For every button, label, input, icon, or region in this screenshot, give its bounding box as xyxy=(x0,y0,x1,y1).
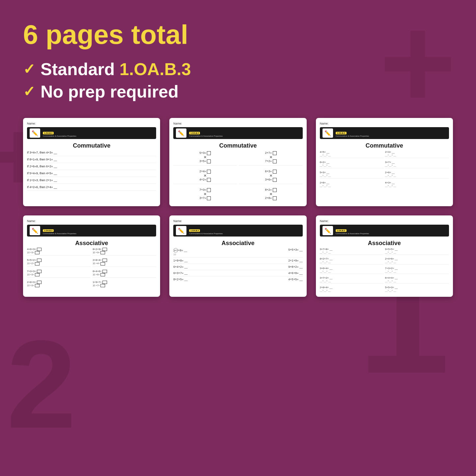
ws5-row-2: 1+9+8= __ 2+1+9= __ xyxy=(173,258,302,264)
box xyxy=(100,273,105,276)
ws6-r2c2: 2+4+6= ____+__= __ xyxy=(385,256,449,265)
ws3-item-3a: 5+3= ____+__= __ xyxy=(320,170,384,179)
ws4-r4c1: 2+8+3= 10 +3= xyxy=(27,280,91,288)
ws4-r1c1: 4+6+3= 10 +3= xyxy=(27,247,91,256)
worksheet-4: Name: ✏️ 1.OA.B.3 Commutative & Associat… xyxy=(23,215,160,297)
worksheet-1: Name: ✏️ 1.OA.B.3 Commutative & Associat… xyxy=(23,118,160,206)
ws3-item-2b: 3+7= ____+__= __ xyxy=(385,159,449,168)
ws4-name: Name: xyxy=(27,219,156,223)
ws6-r3c1: 3+6+4= ____+__= __ xyxy=(320,266,384,274)
box xyxy=(35,262,40,266)
ws3-header-right: 1.OA.B.3 Commutative & Associative Prope… xyxy=(336,129,446,137)
ws5-r3-left: 6+4+2= __ xyxy=(173,265,187,268)
box xyxy=(37,248,42,251)
ws6-content: 3+7+8= ____+__= __ 9+5+5= ____+__= __ 8+… xyxy=(320,247,449,293)
box xyxy=(207,178,211,182)
feature-item-standard: ✓ Standard 1.OA.B.3 xyxy=(23,59,453,79)
ws4-r1c2: 8+2+9= 10 +9= xyxy=(93,247,156,256)
ws6-header: ✏️ 1.OA.B.3 Commutative & Associative Pr… xyxy=(320,225,449,237)
ws4-pencil-icon: ✏️ xyxy=(30,226,40,235)
ws4-title: Associative xyxy=(27,240,156,247)
ws3-header: ✏️ 1.OA.B.3 Commutative & Associative Pr… xyxy=(320,127,449,139)
ws2-group-2b: 6+3= ✕ 3+6= xyxy=(239,168,302,184)
ws5-r1-left: 3+7+8= __ 10 xyxy=(173,248,187,256)
ws4-subject: Commutative & Associative Properties xyxy=(43,233,154,235)
ws3-pencil-icon: ✏️ xyxy=(322,128,333,138)
ws4-r2c2: 2+8+4= 10 +4= xyxy=(93,258,156,266)
check-icon-1: ✓ xyxy=(23,62,35,76)
ws6-r2c1: 8+2+7= ____+__= __ xyxy=(320,256,384,265)
box xyxy=(37,270,42,273)
box xyxy=(100,262,105,266)
ws6-r3c2: 7+3+2= ____+__= __ xyxy=(385,266,449,274)
worksheet-5: Name: ✏️ 1.OA.B.3 Commutative & Associat… xyxy=(169,215,306,297)
box xyxy=(207,196,211,200)
ws5-r4-right: 4+6+8= __ xyxy=(288,271,302,275)
ws6-r1c2: 9+5+5= ____+__= __ xyxy=(385,247,449,255)
ws5-header: ✏️ 1.OA.B.3 Commutative & Associative Pr… xyxy=(173,225,302,237)
box xyxy=(273,159,277,163)
standard-code: 1.OA.B.3 xyxy=(120,60,191,79)
ws3-item-1a: 4+5= ____+__= __ xyxy=(320,149,384,158)
ws4-content: 4+6+3= 10 +3= 8+2+9= 10 +9= 5+5+2= 10 +2… xyxy=(27,247,156,288)
ws4-header-right: 1.OA.B.3 Commutative & Associative Prope… xyxy=(43,227,154,235)
box xyxy=(273,188,277,192)
ws3-grid: 4+5= ____+__= __ 2+3= ____+__= __ 6+2= _… xyxy=(320,149,449,188)
ws1-content: If 3+4=7, then 4+3= __ If 8+1=9, then 9+… xyxy=(27,149,156,191)
box xyxy=(35,284,40,287)
ws5-r4-left: 6+3+7= __ xyxy=(173,271,187,275)
ws1-name: Name: xyxy=(27,122,156,125)
ws4-r3c1: 7+3+3= 10 +3= xyxy=(27,269,91,278)
ws4-r3c2: 6+4+6= 10 +6= xyxy=(93,269,156,278)
ws5-r5-left: 8+2+5= __ xyxy=(173,278,187,281)
ws5-pencil-icon: ✏️ xyxy=(176,226,186,235)
ws5-r2-right: 2+1+9= __ xyxy=(288,259,302,262)
worksheet-6: Name: ✏️ 1.OA.B.3 Commutative & Associat… xyxy=(316,215,453,297)
ws5-row-4: 6+3+7= __ 4+6+8= __ xyxy=(173,270,302,276)
ws5-row-3: 6+4+2= __ 9+8+2= __ xyxy=(173,264,302,270)
ws1-badge: 1.OA.B.3 xyxy=(43,132,54,134)
ws5-row-1: 3+7+8= __ 10 5+5+3= __ xyxy=(173,247,302,258)
ws4-r4c2: 1+9+7= 10 +7= xyxy=(93,280,156,288)
ws1-row-1: If 3+4=7, then 4+3= __ xyxy=(27,149,156,156)
page-title: 6 pages total xyxy=(23,20,453,49)
ws1-subject: Commutative & Associative Properties xyxy=(43,135,154,137)
ws1-row-6: If 4+2=6, then 2+4= __ xyxy=(27,184,156,191)
ws5-subject: Commutative & Associative Properties xyxy=(189,233,300,235)
ws6-pencil-icon: ✏️ xyxy=(322,226,333,235)
ws2-subject: Commutative & Associative Properties xyxy=(189,135,300,137)
ws5-header-right: 1.OA.B.3 Commutative & Associative Prope… xyxy=(189,227,300,235)
box xyxy=(273,178,277,182)
ws3-item-3b: 2+6= ____+__= __ xyxy=(385,170,449,179)
ws2-header: ✏️ 1.OA.B.3 Commutative & Associative Pr… xyxy=(173,127,302,139)
ws2-content: 5+3= ✕ 3+5= 2+7= ✕ 7+2= 2+4= ✕ 4+2= xyxy=(173,149,302,202)
ws6-r4c1: 3+7+2= ____+__= __ xyxy=(320,275,384,284)
ws6-header-right: 1.OA.B.3 Commutative & Associative Prope… xyxy=(336,227,446,235)
ws3-item-1b: 2+3= ____+__= __ xyxy=(385,149,449,158)
ws3-name: Name: xyxy=(320,122,449,125)
feature-label-noprep: No prep required xyxy=(41,82,179,101)
ws5-title: Associative xyxy=(173,240,302,247)
ws1-header-right: 1.OA.B.3 Commutative & Associative Prope… xyxy=(43,129,154,137)
ws5-r5-right: 4+5+5= __ xyxy=(288,278,302,281)
box xyxy=(37,259,42,262)
ws1-pencil-icon: ✏️ xyxy=(30,128,40,138)
ws5-r2-left: 1+9+8= __ xyxy=(173,259,187,262)
box xyxy=(37,281,42,284)
box xyxy=(102,270,107,273)
ws2-grid: 5+3= ✕ 3+5= 2+7= ✕ 7+2= 2+4= ✕ 4+2= xyxy=(173,149,302,202)
ws3-content: 4+5= ____+__= __ 2+3= ____+__= __ 6+2= _… xyxy=(320,149,449,188)
ws6-name: Name: xyxy=(320,219,449,223)
ws6-r4c2: 6+4+4= ____+__= __ xyxy=(385,275,449,284)
box xyxy=(102,281,107,284)
worksheet-2: Name: ✏️ 1.OA.B.3 Commutative & Associat… xyxy=(169,118,306,206)
ws5-r1-right: 5+5+3= __ xyxy=(288,248,302,256)
ws4-header: ✏️ 1.OA.B.3 Commutative & Associative Pr… xyxy=(27,225,156,237)
box xyxy=(100,251,105,254)
feature-item-noprep: ✓ No prep required xyxy=(23,82,453,101)
ws6-r5c2: 5+5+3= ____+__= __ xyxy=(385,285,449,293)
ws2-group-1b: 2+7= ✕ 7+2= xyxy=(239,149,302,166)
box xyxy=(273,151,277,155)
box xyxy=(35,273,40,276)
box xyxy=(102,248,107,251)
